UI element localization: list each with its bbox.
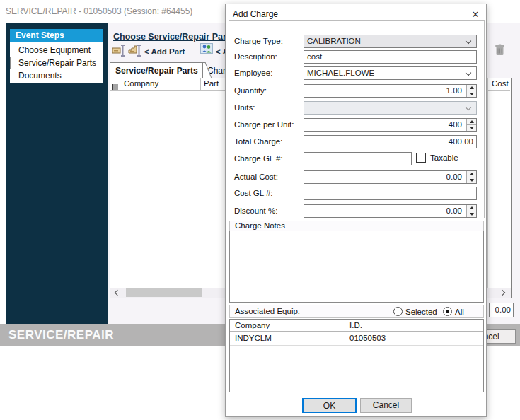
sidebar-item-choose-equipment[interactable]: Choose Equipment xyxy=(10,44,103,57)
equip-column-id: I.D. xyxy=(349,320,362,332)
description-label: Description: xyxy=(234,50,302,64)
column-header-company[interactable]: Company xyxy=(124,79,158,88)
ok-button[interactable]: OK xyxy=(302,398,357,413)
dialog-title: Add Charge xyxy=(233,9,278,19)
quantity-stepper[interactable]: 1.00 xyxy=(304,84,477,98)
associated-equip-label: Associated Equip. xyxy=(235,307,300,315)
charge-gl-input[interactable] xyxy=(304,152,412,165)
radio-selected[interactable] xyxy=(393,307,403,316)
charge-gl-label: Charge GL #: xyxy=(234,152,302,165)
taxable-label: Taxable xyxy=(430,153,458,163)
sidebar-item-documents[interactable]: Documents xyxy=(10,69,103,82)
people-icon[interactable] xyxy=(200,42,213,57)
spin-up-icon[interactable] xyxy=(467,171,476,177)
cost-gl-input[interactable] xyxy=(304,187,477,200)
discount-label: Discount %: xyxy=(234,204,302,218)
column-divider xyxy=(120,78,120,91)
spin-down-icon[interactable] xyxy=(467,91,476,97)
event-steps-panel: Event Steps Choose Equipment Service/Rep… xyxy=(10,29,103,83)
employee-select[interactable]: MICHAEL.FLOWE xyxy=(304,66,477,80)
radio-dot xyxy=(446,310,449,313)
quantity-label: Quantity: xyxy=(234,84,302,98)
actual-cost-label: Actual Cost: xyxy=(234,170,302,184)
spinner-buttons[interactable] xyxy=(466,85,476,97)
actual-cost-stepper[interactable]: 0.00 xyxy=(304,170,477,184)
part-icon[interactable] xyxy=(112,45,126,59)
units-label: Units: xyxy=(234,101,302,115)
radio-all[interactable] xyxy=(443,307,452,316)
screen: SERVICE/REPAIR - 01050503 (Session: #644… xyxy=(0,0,520,420)
charge-type-select[interactable]: CALIBRATION xyxy=(304,35,477,48)
add-part-button[interactable]: < Add Part xyxy=(144,47,185,56)
spinner-buttons[interactable] xyxy=(466,119,476,131)
charge-type-value: CALIBRATION xyxy=(307,37,361,45)
scrollbar-thumb[interactable] xyxy=(126,288,202,297)
scroll-right-button[interactable] xyxy=(497,288,508,298)
employee-value: MICHAEL.FLOWE xyxy=(307,69,374,77)
chevron-right-icon xyxy=(499,290,504,296)
row-divider xyxy=(230,345,483,346)
spin-up-icon[interactable] xyxy=(467,205,476,211)
discount-value: 0.00 xyxy=(446,206,462,215)
quantity-value: 1.00 xyxy=(446,86,462,95)
chevron-down-icon xyxy=(466,105,471,110)
add-charge-dialog: Add Charge ✕ Charge Type: CALIBRATION De… xyxy=(225,4,487,417)
main-window-title: SERVICE/REPAIR - 01050503 (Session: #644… xyxy=(6,6,192,16)
column-header-cost[interactable]: Cost xyxy=(492,79,509,88)
charge-notes-textarea[interactable] xyxy=(229,231,484,303)
spinner-buttons[interactable] xyxy=(466,171,476,183)
associated-equip-bar: Associated Equip. Selected All xyxy=(229,305,484,318)
charge-per-unit-stepper[interactable]: 400 xyxy=(304,118,477,132)
cancel-button[interactable]: Cancel xyxy=(360,398,412,413)
charge-per-unit-value: 400 xyxy=(449,120,462,129)
spinner-buttons[interactable] xyxy=(466,205,476,217)
scroll-left-button[interactable] xyxy=(111,288,122,298)
total-charge-value: 400.00 xyxy=(449,136,473,148)
spin-down-icon[interactable] xyxy=(467,211,476,217)
charge-per-unit-label: Charge per Unit: xyxy=(234,118,302,132)
units-select xyxy=(304,101,477,115)
footer-title: SERVICE/REPAIR xyxy=(8,328,114,342)
tab-service-repair-parts[interactable]: Service/Repair Parts xyxy=(110,62,203,78)
radio-all-label[interactable]: All xyxy=(455,307,464,317)
sidebar: Event Steps Choose Equipment Service/Rep… xyxy=(6,23,108,324)
spin-up-icon[interactable] xyxy=(467,119,476,125)
spin-up-icon[interactable] xyxy=(467,85,476,91)
cost-gl-label: Cost GL #: xyxy=(234,187,302,200)
actual-cost-value: 0.00 xyxy=(446,173,462,181)
column-divider-cost xyxy=(487,78,488,288)
equip-row-company: INDYCLM xyxy=(235,332,272,344)
column-divider xyxy=(200,78,201,91)
equip-column-company: Company xyxy=(235,320,270,332)
sidebar-item-service-repair-parts[interactable]: Service/Repair Parts xyxy=(10,57,103,69)
discount-stepper[interactable]: 0.00 xyxy=(304,204,477,218)
description-input[interactable]: cost xyxy=(304,50,477,64)
chevron-left-icon xyxy=(114,290,120,296)
parts-total-field: 0.00 xyxy=(489,303,514,317)
associated-equip-table[interactable]: Company I.D. INDYCLM 01050503 xyxy=(229,319,484,392)
trash-icon[interactable] xyxy=(495,44,505,59)
charge-notes-header: Charge Notes xyxy=(229,221,484,231)
equip-table-header: Company I.D. xyxy=(230,320,483,332)
spin-down-icon[interactable] xyxy=(467,177,476,183)
equip-row-id: 01050503 xyxy=(349,332,386,344)
total-charge-label: Total Charge: xyxy=(234,135,302,148)
employee-label: Employee: xyxy=(234,66,302,80)
taxable-checkbox[interactable] xyxy=(416,153,426,163)
equip-table-row[interactable]: INDYCLM 01050503 xyxy=(230,332,483,344)
charge-type-label: Charge Type: xyxy=(234,35,302,48)
row-selector-icon xyxy=(112,81,118,93)
part-step-icon[interactable] xyxy=(128,44,142,59)
description-value: cost xyxy=(307,52,322,61)
chevron-down-icon xyxy=(466,38,471,44)
radio-selected-label[interactable]: Selected xyxy=(405,307,437,317)
column-header-part[interactable]: Part xyxy=(204,79,219,88)
spin-down-icon[interactable] xyxy=(467,125,476,131)
chevron-down-icon xyxy=(466,70,471,76)
event-steps-header: Event Steps xyxy=(10,29,103,42)
total-charge-input[interactable]: 400.00 xyxy=(304,135,477,148)
